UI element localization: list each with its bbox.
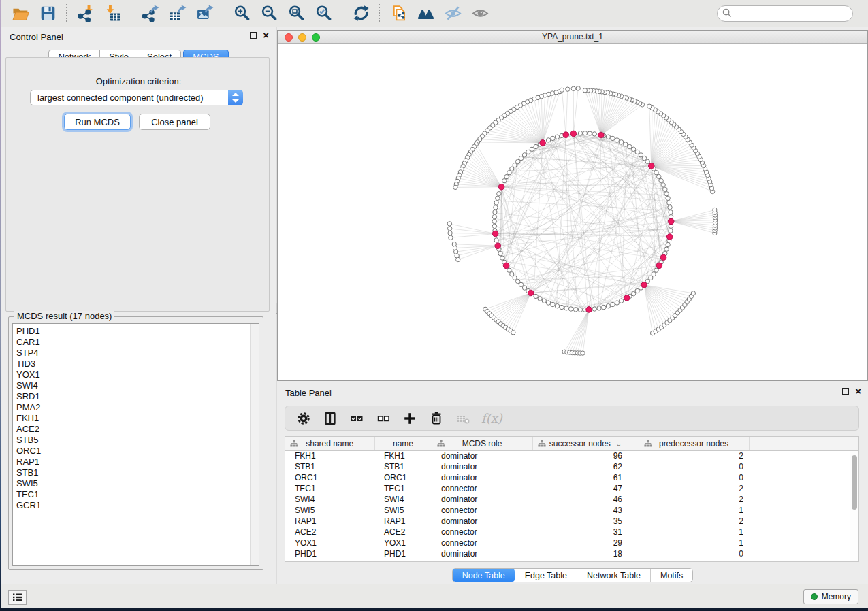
table-cell[interactable]: connector [432,483,532,494]
tab-edge-table[interactable]: Edge Table [515,569,577,582]
table-cell[interactable]: ORC1 [285,472,374,483]
save-session-button[interactable] [34,2,61,25]
close-panel-button[interactable]: Close panel [139,114,210,130]
column-header-successor-nodes[interactable]: successor nodes⌄ [532,437,639,450]
table-cell[interactable]: 35 [532,516,639,527]
table-cell[interactable]: TEC1 [285,483,374,494]
table-cell[interactable]: dominator [432,461,532,472]
dominator-node[interactable] [624,295,630,301]
window-minimize-traffic-light[interactable] [298,33,306,42]
table-row[interactable]: STB1STB1dominator620 [285,461,858,472]
dominator-node[interactable] [648,163,654,169]
window-close-traffic-light[interactable] [285,33,293,42]
table-cell[interactable]: 46 [532,494,639,505]
show-columns-button[interactable] [322,410,338,427]
tab-network-table[interactable]: Network Table [577,569,650,582]
column-header-predecessor-nodes[interactable]: predecessor nodes [639,437,749,450]
add-column-button[interactable] [402,410,418,427]
table-cell[interactable]: dominator [432,494,532,505]
table-row[interactable]: TEC1TEC1connector472 [285,483,858,494]
table-row[interactable]: RAP1RAP1dominator352 [285,516,858,527]
float-panel-icon[interactable] [250,32,257,39]
table-row[interactable]: PHD1PHD1dominator180 [285,548,858,559]
table-cell[interactable]: SWI4 [285,494,374,505]
mcds-result-item[interactable]: SWI5 [16,478,259,489]
table-cell[interactable]: PHD1 [285,548,374,559]
dominator-node[interactable] [528,290,534,296]
table-row[interactable]: ACE2ACE2connector311 [285,527,858,538]
mcds-result-item[interactable]: GCR1 [16,500,259,511]
window-zoom-traffic-light[interactable] [312,33,320,42]
deselect-all-rows-button[interactable] [375,410,391,427]
dominator-node[interactable] [570,131,577,137]
table-cell[interactable]: 47 [532,483,639,494]
dominator-node[interactable] [492,231,498,237]
delete-column-button[interactable] [428,410,445,427]
show-all-button[interactable] [466,2,494,25]
table-cell[interactable]: 62 [532,461,639,472]
dominator-node[interactable] [656,263,662,269]
table-row[interactable]: SWI5SWI5connector431 [285,505,858,516]
table-cell[interactable]: YOX1 [285,538,374,548]
zoom-out-button[interactable] [255,2,283,25]
table-cell[interactable]: 0 [639,472,749,483]
table-cell[interactable]: 1 [639,538,749,548]
table-cell[interactable]: 1 [639,505,749,516]
table-row[interactable]: YOX1YOX1connector291 [285,538,858,548]
dominator-node[interactable] [495,243,501,249]
table-cell[interactable]: 96 [532,450,639,461]
mcds-result-item[interactable]: CAR1 [16,337,259,348]
table-cell[interactable]: 2 [639,450,749,461]
table-cell[interactable]: ORC1 [374,472,432,483]
copy-network-button[interactable] [385,2,412,25]
table-cell[interactable]: SWI5 [285,505,374,516]
table-cell[interactable]: SWI4 [374,494,432,505]
column-header-shared-name[interactable]: shared name [285,437,374,450]
zoom-in-button[interactable] [228,2,255,25]
dominator-node[interactable] [503,263,509,269]
refresh-button[interactable] [347,2,374,25]
close-table-panel-icon[interactable]: × [855,388,861,395]
mcds-result-item[interactable]: TID3 [16,359,259,369]
table-cell[interactable]: TEC1 [374,483,432,494]
mcds-result-item[interactable]: FKH1 [16,413,259,424]
table-cell[interactable]: PHD1 [374,548,432,559]
table-cell[interactable]: SWI5 [374,505,432,516]
zoom-fit-button[interactable] [283,2,310,25]
mcds-result-item[interactable]: ACE2 [16,424,259,435]
column-header-MCDS-role[interactable]: MCDS role [432,437,532,450]
zoom-selected-button[interactable] [310,2,337,25]
mcds-result-item[interactable]: PMA2 [16,402,259,413]
table-cell[interactable]: FKH1 [285,450,374,461]
table-row[interactable]: ORC1ORC1dominator610 [285,472,858,483]
table-cell[interactable]: 61 [532,472,639,483]
mcds-result-item[interactable]: SRD1 [16,391,259,402]
table-cell[interactable]: STB1 [374,461,432,472]
table-cell[interactable]: connector [432,538,532,548]
dominator-node[interactable] [660,254,666,261]
table-row[interactable]: FKH1FKH1dominator962 [285,450,858,461]
mcds-result-item[interactable]: ORC1 [16,446,259,457]
table-cell[interactable]: RAP1 [285,516,374,527]
dominator-node[interactable] [641,282,647,288]
open-file-button[interactable] [7,2,34,25]
mcds-result-item[interactable]: STB1 [16,467,259,478]
close-panel-icon[interactable]: × [263,32,269,39]
hide-selected-button[interactable] [439,2,466,25]
float-table-panel-icon[interactable] [842,388,849,395]
export-table-button[interactable] [163,2,191,25]
table-cell[interactable]: RAP1 [374,516,432,527]
table-cell[interactable]: 29 [532,538,639,548]
mcds-result-item[interactable]: STB5 [16,435,259,446]
network-canvas[interactable] [278,44,867,380]
table-cell[interactable]: ACE2 [285,527,374,538]
task-history-button[interactable] [8,590,27,605]
table-cell[interactable]: 0 [639,548,749,559]
tab-motifs[interactable]: Motifs [650,569,692,582]
table-cell[interactable]: ACE2 [374,527,432,538]
table-cell[interactable]: dominator [432,450,532,461]
import-table-button[interactable] [99,2,126,25]
table-cell[interactable]: 2 [639,483,749,494]
tab-node-table[interactable]: Node Table [453,569,515,582]
table-cell[interactable]: 2 [639,494,749,505]
